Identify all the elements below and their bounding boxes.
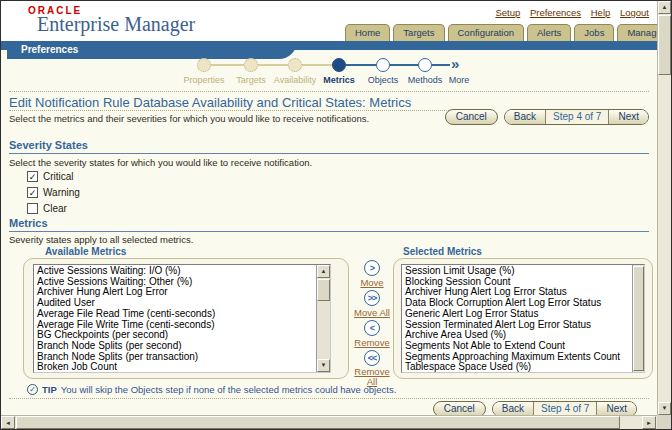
scrollbar-corner: [657, 415, 671, 429]
scroll-up-icon[interactable]: ▲: [317, 265, 330, 278]
remove-button[interactable]: Remove: [348, 338, 396, 348]
list-item[interactable]: Broken Job Count: [37, 362, 330, 373]
list-item[interactable]: Generic Alert Log Error Status: [405, 309, 644, 320]
check-icon: ✓: [29, 188, 37, 198]
tab-configuration[interactable]: Configuration: [448, 24, 525, 41]
available-metrics-list[interactable]: Active Sessions Waiting: I/O (%) Active …: [33, 264, 331, 373]
selected-metrics-label: Selected Metrics: [403, 246, 482, 257]
scrollbar-thumb[interactable]: [633, 266, 644, 371]
train-more-icon[interactable]: »: [451, 57, 459, 71]
page-subtitle: Select the metrics and their severities …: [9, 113, 369, 124]
scrollbar-thumb[interactable]: [16, 416, 620, 429]
move-all-icon[interactable]: >>: [364, 290, 380, 306]
link-setup[interactable]: Setup: [495, 7, 520, 18]
list-item[interactable]: Tablespace Space Used (%): [405, 362, 644, 373]
scroll-down-icon[interactable]: ▼: [317, 359, 330, 372]
severity-states-heading: Severity States: [9, 139, 88, 151]
product-name: Enterprise Manager: [37, 13, 195, 36]
train-connector: [432, 64, 450, 66]
section-rule: [9, 231, 649, 232]
clear-option[interactable]: Clear: [27, 203, 67, 214]
tab-jobs[interactable]: Jobs: [574, 24, 614, 41]
selected-metrics-items: Session Limit Usage (%) Blocking Session…: [402, 265, 644, 373]
metrics-instruction: Severity states apply to all selected me…: [9, 234, 193, 245]
train-connector: [302, 64, 332, 66]
move-icon[interactable]: >: [364, 260, 380, 276]
page-title: Edit Notification Rule Database Availabi…: [9, 95, 411, 110]
action-bar-top: Cancel Back Step 4 of 7 Next: [445, 109, 649, 125]
train-connector: [258, 64, 288, 66]
train-connector: [346, 64, 376, 66]
tip-text: You will skip the Objects step if none o…: [61, 384, 397, 395]
back-button[interactable]: Back: [493, 402, 533, 416]
available-metrics-label: Available Metrics: [45, 246, 126, 257]
section-rule: [9, 153, 649, 154]
dotted-separator: [9, 398, 649, 399]
warning-label[interactable]: Warning: [43, 187, 80, 198]
train-step-properties[interactable]: [197, 58, 211, 72]
list-scrollbar[interactable]: ▲ ▼: [316, 265, 330, 372]
clear-checkbox[interactable]: [27, 203, 38, 214]
metrics-heading: Metrics: [9, 217, 48, 229]
scroll-right-icon[interactable]: ►: [642, 416, 656, 429]
list-scrollbar[interactable]: [632, 265, 644, 372]
step-indicator: Step 4 of 7: [533, 402, 597, 416]
next-button[interactable]: Next: [609, 110, 648, 124]
step-indicator: Step 4 of 7: [545, 110, 609, 124]
next-button[interactable]: Next: [597, 402, 636, 416]
check-icon: ✓: [29, 172, 37, 182]
tip-row: ✓ TIP You will skip the Objects step if …: [27, 384, 396, 395]
train-step-metrics: [332, 58, 346, 72]
tab-targets[interactable]: Targets: [393, 24, 444, 41]
link-preferences[interactable]: Preferences: [530, 7, 581, 18]
dotted-separator: [9, 91, 649, 92]
train-step-objects: [376, 58, 390, 72]
train-step-targets[interactable]: [244, 58, 258, 72]
vertical-scrollbar[interactable]: ▲ ▼: [657, 1, 671, 415]
move-all-button[interactable]: Move All: [348, 308, 396, 318]
scroll-up-icon[interactable]: ▲: [658, 1, 671, 14]
enterprise-manager-window: ORACLE Enterprise Manager Setup Preferen…: [0, 0, 672, 430]
train-connector: [211, 64, 244, 66]
global-links: Setup Preferences Help Logout: [488, 7, 649, 18]
selected-metrics-list[interactable]: Session Limit Usage (%) Blocking Session…: [401, 264, 645, 373]
tab-home[interactable]: Home: [345, 24, 390, 41]
move-button[interactable]: Move: [348, 278, 396, 288]
remove-all-icon[interactable]: <<: [364, 350, 380, 366]
tip-check-icon: ✓: [27, 384, 38, 395]
train-connector: [390, 64, 418, 66]
severity-instruction: Select the severity states for which you…: [9, 157, 312, 168]
warning-checkbox[interactable]: ✓: [27, 187, 38, 198]
dotted-separator: [9, 110, 457, 111]
train-label-more[interactable]: More: [423, 75, 495, 85]
scrollbar-thumb[interactable]: [317, 279, 330, 301]
clear-label[interactable]: Clear: [43, 203, 67, 214]
cancel-button[interactable]: Cancel: [445, 109, 498, 125]
scroll-down-icon[interactable]: ▼: [658, 402, 671, 415]
critical-option[interactable]: ✓ Critical: [27, 171, 74, 182]
scrollbar-thumb[interactable]: [658, 15, 671, 75]
critical-checkbox[interactable]: ✓: [27, 171, 38, 182]
link-help[interactable]: Help: [591, 7, 611, 18]
back-button[interactable]: Back: [505, 110, 545, 124]
subnav-preferences[interactable]: Preferences: [7, 41, 297, 59]
list-item[interactable]: Average File Read Time (centi-seconds): [37, 309, 330, 320]
train-step-methods: [418, 58, 432, 72]
available-metrics-items: Active Sessions Waiting: I/O (%) Active …: [34, 265, 330, 373]
tip-label: TIP: [42, 384, 57, 395]
main-tab-bar: Home Targets Configuration Alerts Jobs M…: [345, 24, 672, 41]
remove-icon[interactable]: <: [364, 320, 380, 336]
scroll-left-icon[interactable]: ◄: [1, 416, 15, 429]
horizontal-scrollbar[interactable]: ◄ ►: [1, 415, 657, 429]
wizard-nav-group: Back Step 4 of 7 Next: [504, 109, 649, 125]
link-logout[interactable]: Logout: [620, 7, 649, 18]
train-step-availability[interactable]: [288, 58, 302, 72]
warning-option[interactable]: ✓ Warning: [27, 187, 80, 198]
tab-alerts[interactable]: Alerts: [527, 24, 571, 41]
critical-label[interactable]: Critical: [43, 171, 74, 182]
